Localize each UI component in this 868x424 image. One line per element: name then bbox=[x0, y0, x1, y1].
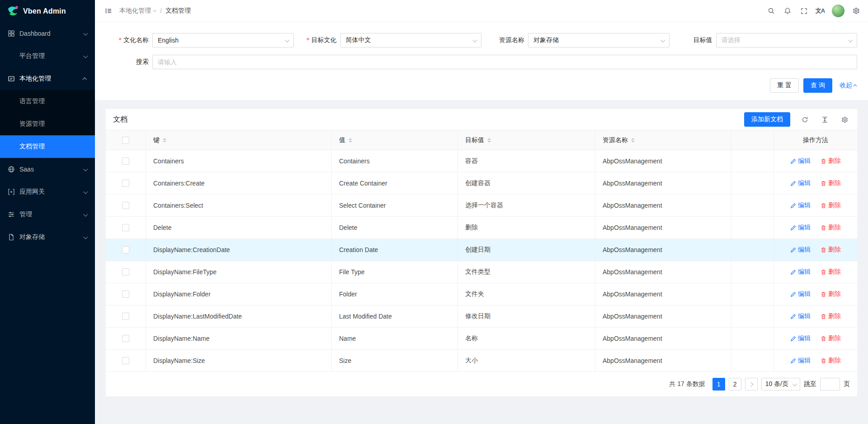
table-row: DisplayName:Size Size 大小 AbpOssManagemen… bbox=[106, 350, 857, 372]
translate-button[interactable]: 文A bbox=[812, 0, 828, 22]
delete-button[interactable]: 删除 bbox=[821, 290, 841, 298]
breadcrumb-item[interactable]: 本地化管理 bbox=[119, 7, 151, 15]
cell-value: File Type bbox=[332, 261, 458, 283]
sidebar-item-label: 语言管理 bbox=[19, 97, 45, 105]
sort-icon[interactable] bbox=[487, 138, 491, 143]
reset-button[interactable]: 重 置 bbox=[770, 78, 799, 93]
chevron-down-icon bbox=[83, 31, 88, 35]
row-checkbox[interactable] bbox=[122, 180, 129, 187]
bell-icon bbox=[784, 7, 791, 14]
edit-button[interactable]: 编辑 bbox=[790, 179, 811, 187]
delete-button[interactable]: 删除 bbox=[821, 268, 841, 276]
table-title: 文档 bbox=[113, 115, 127, 124]
delete-label: 删除 bbox=[828, 246, 841, 254]
query-button[interactable]: 查 询 bbox=[803, 78, 832, 93]
row-checkbox[interactable] bbox=[122, 157, 129, 165]
jump-page-input[interactable] bbox=[820, 378, 840, 391]
edit-label: 编辑 bbox=[798, 246, 811, 254]
sidebar-item-gateway[interactable]: 应用网关 bbox=[0, 181, 95, 203]
row-checkbox-cell bbox=[106, 150, 146, 172]
column-header-key[interactable]: 键 bbox=[146, 130, 332, 150]
delete-button[interactable]: 删除 bbox=[821, 157, 841, 165]
row-checkbox[interactable] bbox=[122, 246, 129, 253]
row-checkbox[interactable] bbox=[122, 357, 129, 364]
delete-button[interactable]: 删除 bbox=[821, 312, 841, 320]
add-document-button[interactable]: 添加新文档 bbox=[744, 112, 790, 127]
edit-icon bbox=[790, 291, 796, 297]
table-row: Containers:Select Select Container 选择一个容… bbox=[106, 195, 857, 217]
chevron-down-icon bbox=[83, 234, 88, 239]
search-field: 搜索 bbox=[106, 55, 857, 69]
search-input[interactable] bbox=[152, 55, 857, 69]
row-checkbox[interactable] bbox=[122, 313, 129, 320]
delete-button[interactable]: 删除 bbox=[821, 224, 841, 232]
sidebar-item-management[interactable]: 管理 bbox=[0, 203, 95, 226]
delete-button[interactable]: 删除 bbox=[821, 357, 841, 365]
gateway-icon bbox=[8, 188, 15, 195]
sidebar-item-dashboard[interactable]: Dashboard bbox=[0, 22, 95, 45]
target-value-select[interactable]: 请选择 bbox=[716, 33, 858, 48]
edit-button[interactable]: 编辑 bbox=[790, 201, 811, 210]
delete-button[interactable]: 删除 bbox=[821, 179, 841, 187]
sidebar-item-platform[interactable]: 平台管理 bbox=[0, 45, 95, 67]
row-height-button[interactable] bbox=[819, 114, 830, 125]
resource-select[interactable]: 对象存储 bbox=[528, 33, 670, 48]
delete-button[interactable]: 删除 bbox=[821, 246, 841, 254]
edit-button[interactable]: 编辑 bbox=[790, 157, 811, 165]
search-button[interactable] bbox=[763, 0, 779, 22]
column-header-target[interactable]: 目标值 bbox=[458, 130, 595, 150]
edit-button[interactable]: 编辑 bbox=[790, 312, 811, 320]
notifications-button[interactable] bbox=[779, 0, 796, 22]
edit-button[interactable]: 编辑 bbox=[790, 334, 811, 343]
refresh-button[interactable] bbox=[799, 114, 810, 125]
page-button-1[interactable]: 1 bbox=[712, 378, 725, 391]
edit-button[interactable]: 编辑 bbox=[790, 357, 811, 365]
resource-select-value: 对象存储 bbox=[533, 36, 559, 44]
row-checkbox[interactable] bbox=[122, 335, 129, 342]
page-button-2[interactable]: 2 bbox=[729, 378, 741, 391]
collapse-button[interactable]: 收起 bbox=[840, 81, 857, 90]
next-page-button[interactable] bbox=[745, 378, 758, 391]
sort-icon[interactable] bbox=[349, 138, 352, 143]
page-size-select[interactable]: 10 条/页 bbox=[761, 378, 800, 391]
select-all-checkbox[interactable] bbox=[122, 137, 129, 144]
spacer-cell bbox=[731, 305, 774, 327]
edit-button[interactable]: 编辑 bbox=[790, 224, 811, 232]
delete-button[interactable]: 删除 bbox=[821, 334, 841, 343]
sidebar-item-saas[interactable]: Saas bbox=[0, 158, 95, 181]
sidebar-item-localization[interactable]: 本地化管理 bbox=[0, 67, 95, 90]
table-row: DisplayName:LastModifiedDate Last Modifi… bbox=[106, 305, 857, 328]
edit-button[interactable]: 编辑 bbox=[790, 290, 811, 298]
fullscreen-button[interactable] bbox=[796, 0, 812, 22]
sidebar-item-language-management[interactable]: 语言管理 bbox=[0, 90, 95, 113]
row-checkbox[interactable] bbox=[122, 268, 129, 276]
row-checkbox[interactable] bbox=[122, 202, 129, 209]
cell-actions: 编辑 删除 bbox=[774, 172, 857, 194]
sort-icon[interactable] bbox=[163, 138, 166, 143]
column-header-resource[interactable]: 资源名称 bbox=[595, 130, 731, 150]
sidebar-item-object-storage[interactable]: 对象存储 bbox=[0, 226, 95, 248]
user-avatar[interactable] bbox=[832, 5, 844, 17]
sidebar-item-resource-management[interactable]: 资源管理 bbox=[0, 113, 95, 135]
row-checkbox[interactable] bbox=[122, 291, 129, 298]
delete-button[interactable]: 删除 bbox=[821, 201, 841, 210]
table-row: DisplayName:FileType File Type 文件类型 AbpO… bbox=[106, 261, 857, 283]
cell-key: DisplayName:Folder bbox=[146, 283, 332, 305]
culture-field: *文化名称 English bbox=[106, 33, 294, 48]
gear-icon bbox=[841, 116, 848, 123]
column-header-value[interactable]: 值 bbox=[332, 130, 458, 150]
row-checkbox[interactable] bbox=[122, 224, 129, 231]
sidebar-menu: Dashboard 平台管理 本地化管理 语言管理 资源管理 文档管理 bbox=[0, 22, 95, 248]
sort-icon[interactable] bbox=[631, 138, 635, 143]
culture-select[interactable]: English bbox=[152, 33, 294, 48]
table-settings-button[interactable] bbox=[839, 114, 850, 125]
target-culture-select[interactable]: 简体中文 bbox=[340, 33, 482, 48]
settings-button[interactable] bbox=[848, 0, 864, 22]
menu-collapse-button[interactable] bbox=[102, 0, 115, 22]
trash-icon bbox=[821, 336, 826, 342]
sidebar-item-document-management[interactable]: 文档管理 bbox=[0, 135, 95, 158]
edit-button[interactable]: 编辑 bbox=[790, 246, 811, 254]
app-logo[interactable]: Vben Admin bbox=[0, 0, 95, 22]
collapse-label: 收起 bbox=[840, 81, 852, 90]
edit-button[interactable]: 编辑 bbox=[790, 268, 811, 276]
